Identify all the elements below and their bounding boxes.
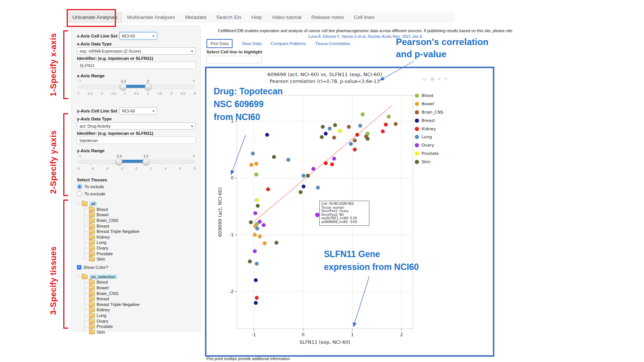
tree-node-bowel[interactable]: Bowel	[78, 285, 196, 291]
tree-node-breast-triple-negative[interactable]: Breast Triple Negative	[78, 229, 196, 234]
tab-search-ids[interactable]: Search IDs	[211, 11, 247, 23]
point-bowel[interactable]	[255, 162, 258, 166]
tree-node-kidney[interactable]: Kidney	[78, 234, 196, 240]
slider-handle-from[interactable]	[116, 158, 122, 165]
point-skin[interactable]	[320, 135, 324, 139]
point-ovary[interactable]	[311, 167, 315, 171]
slider-handle-to[interactable]	[145, 83, 152, 90]
y-range-slider[interactable]: -88-2.41.3-8-6-4-202468	[78, 154, 195, 172]
point-brain-cns[interactable]	[332, 136, 336, 140]
tree-node-ovary[interactable]: Ovary	[78, 318, 196, 324]
point-ovary[interactable]	[332, 157, 336, 161]
point-bowel[interactable]	[258, 235, 262, 239]
legend-item-prostate[interactable]: Prostate	[415, 150, 443, 158]
tab-multivariate-analyses[interactable]: Multivariate Analyses	[122, 11, 180, 23]
expand-icon[interactable]: ↖	[444, 76, 448, 82]
y-identifier-input[interactable]	[77, 137, 196, 144]
slider-bar[interactable]	[119, 160, 146, 163]
tree-node-blood[interactable]: Blood	[78, 207, 196, 212]
point-skin[interactable]	[366, 137, 369, 141]
point-bowel[interactable]	[263, 242, 267, 245]
point-breast[interactable]	[324, 132, 328, 136]
tree-node-prostate[interactable]: Prostate	[78, 251, 196, 256]
close-icon[interactable]: ×	[438, 76, 441, 82]
point-bowel[interactable]	[253, 233, 257, 237]
point-skin[interactable]	[272, 155, 276, 159]
point-lung[interactable]	[349, 142, 353, 146]
tree-node-skin[interactable]: Skin	[78, 256, 196, 262]
point-kidney[interactable]	[355, 133, 359, 137]
point-kidney[interactable]	[384, 123, 388, 126]
tree-node-no-selection[interactable]: no_selection	[78, 274, 196, 280]
point-skin[interactable]	[299, 190, 303, 194]
point-bowel[interactable]	[250, 163, 253, 167]
point-brain-cns[interactable]	[394, 122, 397, 126]
tab-univariate-analyses[interactable]: Univariate Analyses	[67, 11, 122, 23]
point-lung[interactable]	[255, 227, 259, 231]
radio-dot[interactable]	[77, 184, 82, 189]
point-kidney[interactable]	[266, 187, 270, 191]
highlighted-point[interactable]	[315, 213, 319, 217]
point-brain-cns[interactable]	[353, 139, 357, 142]
tab-help[interactable]: Help	[246, 11, 267, 23]
point-kidney[interactable]	[255, 296, 259, 300]
x-range-slider[interactable]: -78-1.22-7-5.5-4-2.5-10.523.556.58	[78, 79, 195, 97]
point-ovary[interactable]	[262, 223, 266, 227]
subtab-compare-patterns[interactable]: Compare Patterns	[271, 41, 306, 46]
x-cell-line-set-select[interactable]: NCI-60	[119, 32, 157, 39]
point-lung[interactable]	[302, 174, 305, 178]
point-lung[interactable]	[251, 152, 255, 156]
point-blood[interactable]	[361, 112, 364, 116]
legend-item-ovary[interactable]: Ovary	[415, 141, 443, 150]
point-ovary[interactable]	[253, 211, 257, 215]
cell-line-highlight-input[interactable]	[206, 56, 262, 63]
legend-item-lung[interactable]: Lung	[415, 133, 443, 141]
point-skin[interactable]	[256, 204, 259, 208]
legend-item-kidney[interactable]: Kidney	[415, 125, 443, 133]
legend-item-blood[interactable]: Blood	[415, 92, 443, 100]
point-brain-cns[interactable]	[347, 125, 351, 129]
tree-node-lung[interactable]: Lung	[78, 313, 196, 318]
point-skin[interactable]	[306, 174, 310, 178]
point-skin[interactable]	[321, 125, 325, 129]
point-lung[interactable]	[316, 186, 320, 190]
tab-cell-lines[interactable]: Cell lines	[349, 11, 380, 23]
x-identifier-input[interactable]	[77, 62, 196, 69]
point-prostate[interactable]	[338, 129, 342, 133]
radio-to-exclude[interactable]: To exclude	[77, 191, 196, 197]
tree-node-breast-triple-negative[interactable]: Breast Triple Negative	[78, 302, 196, 307]
tree-node-brain-cns[interactable]: Brain_CNS	[78, 290, 196, 296]
tree-node-kidney[interactable]: Kidney	[78, 307, 196, 313]
point-kidney[interactable]	[381, 130, 385, 133]
tree-node-ovary[interactable]: Ovary	[78, 245, 196, 251]
tree-node-blood[interactable]: Blood	[78, 279, 196, 285]
legend-item-brain-cns[interactable]: Brain_CNS	[415, 108, 443, 117]
legend-item-bowel[interactable]: Bowel	[415, 100, 443, 108]
point-kidney[interactable]	[324, 161, 328, 165]
tab-metadata[interactable]: Metadata	[180, 11, 211, 23]
point-kidney[interactable]	[353, 148, 357, 151]
point-lung[interactable]	[328, 127, 331, 131]
point-skin[interactable]	[333, 123, 337, 127]
tree-node-brain-cns[interactable]: Brain_CNS	[78, 218, 196, 223]
point-lung[interactable]	[286, 158, 290, 162]
point-breast[interactable]	[265, 133, 269, 137]
tab-release-notes[interactable]: Release notes	[306, 11, 349, 23]
tree-node-all[interactable]: all	[78, 201, 196, 207]
slider-handle-to[interactable]	[142, 158, 149, 165]
tree-node-skin[interactable]: Skin	[78, 329, 196, 335]
camera-icon[interactable]: ▭	[422, 76, 427, 82]
point-breast[interactable]	[302, 185, 305, 189]
tree-node-prostate[interactable]: Prostate	[78, 324, 196, 329]
point-lung[interactable]	[255, 262, 259, 266]
point-lung[interactable]	[358, 124, 362, 128]
radio-to-include[interactable]: To include	[77, 184, 196, 189]
tree-node-breast[interactable]: Breast	[78, 296, 196, 302]
point-ovary[interactable]	[253, 250, 257, 253]
y-cell-line-set-select[interactable]: NCI-60	[119, 107, 157, 114]
point-breast[interactable]	[254, 278, 258, 282]
point-blood[interactable]	[255, 173, 258, 176]
tree-node-breast[interactable]: Breast	[78, 223, 196, 229]
legend-item-breast[interactable]: Breast	[415, 116, 443, 125]
subtab-plot-data[interactable]: Plot Data	[206, 39, 233, 48]
